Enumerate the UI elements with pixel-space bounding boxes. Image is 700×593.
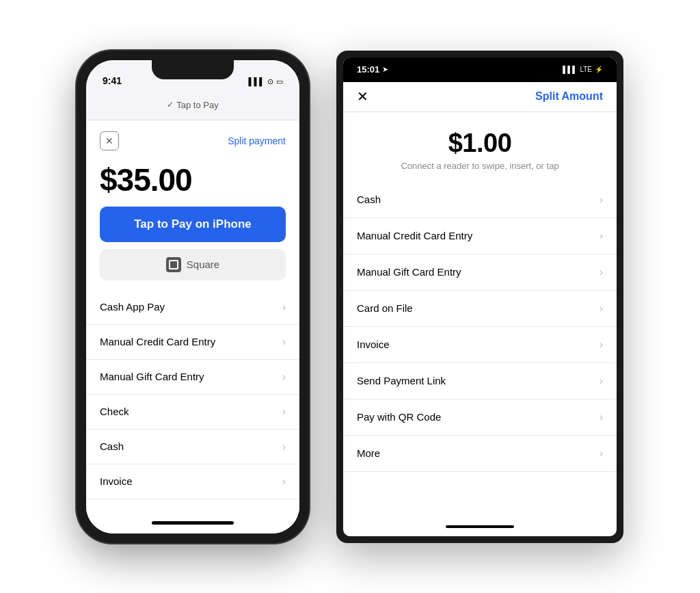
- right-list-item-manual-gift-card[interactable]: Manual Gift Card Entry ›: [343, 254, 617, 291]
- right-location-icon: ➤: [382, 65, 388, 74]
- chevron-icon: ›: [600, 194, 603, 206]
- chevron-icon: ›: [600, 375, 603, 387]
- right-list-item-cash[interactable]: Cash ›: [343, 182, 617, 218]
- left-amount: $35.00: [100, 161, 286, 198]
- right-list-item-label: Card on File: [357, 302, 413, 314]
- left-close-icon: ✕: [105, 135, 113, 146]
- right-signal-icon: ▌▌▌: [563, 66, 577, 73]
- list-item-label: Manual Gift Card Entry: [100, 371, 204, 382]
- home-bar: [152, 521, 234, 525]
- right-status-icons: ▌▌▌ LTE ⚡: [563, 66, 603, 73]
- chevron-icon: ›: [600, 266, 603, 278]
- list-item-cash-app-pay[interactable]: Cash App Pay ›: [86, 290, 299, 325]
- chevron-icon: ›: [282, 440, 286, 453]
- left-phone: 9:41 ▌▌▌ ⊙ ▭ ✓ Tap to Pay: [77, 51, 309, 543]
- list-item-check[interactable]: Check ›: [86, 395, 299, 430]
- left-close-button[interactable]: ✕: [100, 131, 119, 150]
- left-nav-title: ✓ Tap to Pay: [167, 100, 218, 110]
- right-list-item-label: More: [357, 447, 380, 459]
- phone-notch: [152, 60, 234, 79]
- list-item-label: Cash App Pay: [100, 301, 165, 313]
- right-payment-list: Cash › Manual Credit Card Entry › Manual…: [343, 182, 617, 517]
- right-list-item-more[interactable]: More ›: [343, 436, 617, 472]
- battery-icon: ▭: [276, 77, 283, 86]
- chevron-icon: ›: [600, 339, 603, 351]
- right-battery-icon: ⚡: [595, 66, 603, 73]
- left-time: 9:41: [103, 75, 122, 86]
- right-list-item-manual-credit-card[interactable]: Manual Credit Card Entry ›: [343, 218, 617, 254]
- right-amount-section: $1.00 Connect a reader to swipe, insert,…: [343, 112, 617, 182]
- right-close-button[interactable]: ✕: [357, 88, 368, 105]
- right-screen-wrapper: 15:01 ➤ ▌▌▌ LTE ⚡ ✕ Split Amount $1.00 C…: [336, 51, 623, 543]
- square-row: Square: [100, 249, 286, 280]
- right-amount-subtitle: Connect a reader to swipe, insert, or ta…: [357, 161, 603, 171]
- left-header: ✕ Split payment: [86, 120, 299, 150]
- square-label: Square: [187, 259, 219, 270]
- left-nav: ✓ Tap to Pay: [86, 90, 299, 120]
- wifi-icon: ⊙: [267, 77, 273, 86]
- right-time-group: 15:01 ➤: [357, 64, 388, 75]
- left-payment-list: Cash App Pay › Manual Credit Card Entry …: [86, 290, 299, 513]
- checkmark-icon: ✓: [167, 100, 174, 109]
- right-nav: ✕ Split Amount: [343, 82, 617, 112]
- list-item-cash[interactable]: Cash ›: [86, 430, 299, 464]
- right-amount: $1.00: [357, 129, 603, 158]
- chevron-icon: ›: [282, 371, 286, 383]
- chevron-icon: ›: [600, 230, 603, 242]
- right-nav-title[interactable]: Split Amount: [535, 90, 603, 103]
- list-item-manual-gift-card[interactable]: Manual Gift Card Entry ›: [86, 360, 299, 395]
- right-list-item-label: Invoice: [357, 339, 390, 350]
- right-list-item-label: Pay with QR Code: [357, 411, 441, 423]
- right-status-bar: 15:01 ➤ ▌▌▌ LTE ⚡: [343, 57, 617, 82]
- list-item-label: Invoice: [100, 475, 133, 487]
- left-amount-section: $35.00: [86, 150, 299, 207]
- right-list-item-pay-with-qr[interactable]: Pay with QR Code ›: [343, 399, 617, 436]
- split-payment-link[interactable]: Split payment: [228, 135, 286, 146]
- left-phone-wrapper: 9:41 ▌▌▌ ⊙ ▭ ✓ Tap to Pay: [77, 51, 309, 543]
- right-screen-inner: 15:01 ➤ ▌▌▌ LTE ⚡ ✕ Split Amount $1.00 C…: [343, 57, 617, 536]
- chevron-icon: ›: [600, 411, 603, 423]
- left-home-indicator: [86, 513, 299, 533]
- right-list-item-label: Cash: [357, 194, 381, 205]
- chevron-icon: ›: [282, 406, 286, 418]
- right-list-item-label: Manual Gift Card Entry: [357, 266, 461, 278]
- list-item-manual-credit-card[interactable]: Manual Credit Card Entry ›: [86, 325, 299, 360]
- right-list-item-label: Send Payment Link: [357, 375, 446, 386]
- right-list-item-invoice[interactable]: Invoice ›: [343, 327, 617, 363]
- left-nav-text: Tap to Pay: [176, 100, 218, 110]
- list-item-label: Manual Credit Card Entry: [100, 336, 215, 347]
- list-item-invoice[interactable]: Invoice ›: [86, 464, 299, 499]
- list-item-label: Cash: [100, 440, 124, 452]
- right-list-item-label: Manual Credit Card Entry: [357, 230, 472, 241]
- right-home-indicator: [343, 517, 617, 536]
- tap-to-pay-button[interactable]: Tap to Pay on iPhone: [100, 207, 286, 242]
- chevron-icon: ›: [282, 475, 286, 488]
- list-item-label: Check: [100, 406, 129, 417]
- main-container: 9:41 ▌▌▌ ⊙ ▭ ✓ Tap to Pay: [0, 0, 700, 593]
- right-list-item-send-payment-link[interactable]: Send Payment Link ›: [343, 363, 617, 399]
- right-time: 15:01: [357, 64, 379, 75]
- left-phone-content: ✕ Split payment $35.00 Tap to Pay on iPh…: [86, 120, 299, 533]
- chevron-icon: ›: [282, 301, 286, 313]
- chevron-icon: ›: [600, 447, 603, 460]
- right-home-bar: [446, 525, 514, 528]
- right-lte-label: LTE: [580, 66, 592, 73]
- left-status-icons: ▌▌▌ ⊙ ▭: [249, 77, 283, 86]
- right-list-item-card-on-file[interactable]: Card on File ›: [343, 291, 617, 327]
- chevron-icon: ›: [282, 336, 286, 348]
- square-logo-icon: [166, 257, 181, 272]
- phone-inner: 9:41 ▌▌▌ ⊙ ▭ ✓ Tap to Pay: [86, 60, 299, 533]
- signal-icon: ▌▌▌: [249, 77, 265, 85]
- chevron-icon: ›: [600, 302, 603, 315]
